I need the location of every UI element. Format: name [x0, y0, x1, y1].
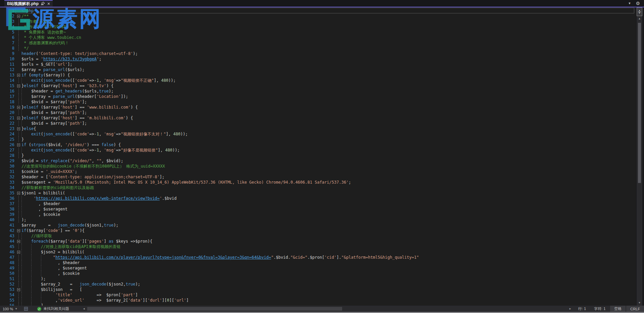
- code-line[interactable]: 52$array_2 = json_decode($json2,true);: [0, 281, 636, 287]
- code-line[interactable]: 54 'title' => $pron['part']: [0, 292, 636, 298]
- code-line[interactable]: 6 * 个人博客 www.toubiec.cn: [0, 35, 636, 40]
- code-line[interactable]: 15}elseif ($array['host'] == 'b23.tv') {: [0, 83, 636, 88]
- code-line[interactable]: 32$header = ['Content-type: application/…: [0, 174, 636, 180]
- fold-marker[interactable]: [15, 142, 21, 147]
- code-line[interactable]: 24exit(json_encode(['code'=>-1, 'msg'=>"…: [0, 131, 636, 137]
- code-line[interactable]: 4 * 作者QQ:3074193836: [0, 24, 636, 29]
- code-line[interactable]: 10$urls = 'https://b23.tv/3ygbgeA';: [0, 56, 636, 62]
- code-line[interactable]: 36 'https://api.bilibili.com/x/web-inter…: [0, 196, 636, 201]
- fold-margin: [15, 99, 21, 105]
- code-line[interactable]: 11$urls = $_GET['url'];: [0, 62, 636, 67]
- document-health[interactable]: ✓ 未找到相关问题: [37, 306, 69, 311]
- tab-list-chevron-icon[interactable]: ▼: [628, 2, 631, 5]
- code-area[interactable]: 1<?php2/**3 * 作者:苏晓晴4 * 作者QQ:30741938365…: [0, 8, 636, 306]
- fold-marker[interactable]: [15, 83, 21, 88]
- scroll-up-icon[interactable]: ▲: [637, 16, 642, 21]
- code-line[interactable]: 5 * 免费脚本 请勿收费~: [0, 29, 636, 35]
- code-line[interactable]: 49 , $useragent: [0, 265, 636, 271]
- scroll-right-icon[interactable]: ►: [569, 307, 572, 310]
- vertical-scrollbar-thumb[interactable]: [638, 23, 641, 183]
- code-line[interactable]: 23}else{: [0, 126, 636, 131]
- code-line[interactable]: 1<?php: [0, 8, 636, 13]
- fold-marker[interactable]: [15, 72, 21, 78]
- horizontal-scrollbar[interactable]: ◄ ►: [83, 306, 574, 312]
- editor[interactable]: 1<?php2/**3 * 作者:苏晓晴4 * 作者QQ:30741938365…: [0, 7, 636, 306]
- indent-guide: [21, 249, 31, 255]
- status-spaces-toggle[interactable]: 空格: [610, 306, 626, 312]
- code-line[interactable]: 45//对接上面获取cid值API来取得视频的直链: [0, 244, 636, 249]
- code-line[interactable]: 28}: [0, 153, 636, 158]
- fold-marker[interactable]: [15, 228, 21, 233]
- code-line[interactable]: 18$bvid = $array['path'];: [0, 99, 636, 105]
- code-line[interactable]: 12$array = parse_url($urls);: [0, 67, 636, 72]
- scroll-down-icon[interactable]: ▼: [637, 300, 642, 305]
- fold-marker[interactable]: [15, 126, 21, 131]
- code-line[interactable]: 35$json1 = bilibili(: [0, 190, 636, 196]
- fold-marker[interactable]: [15, 239, 21, 244]
- code-line[interactable]: 13if (empty($array)) {: [0, 72, 636, 78]
- code-line[interactable]: 29$bvid = str_replace("/video/", "", $bv…: [0, 158, 636, 164]
- indent-guide: [21, 239, 31, 244]
- code-line[interactable]: 17$array = parse_url($header['Location']…: [0, 94, 636, 99]
- zoom-control[interactable]: 100 % ▼: [0, 306, 19, 312]
- pin-icon[interactable]: [41, 2, 45, 6]
- scroll-left-icon[interactable]: ◄: [83, 307, 85, 310]
- code-line[interactable]: 55 ,'video_url' => $array_2['data']['dur…: [0, 298, 636, 303]
- code-line[interactable]: 3 * 作者:苏晓晴: [0, 19, 636, 24]
- close-icon[interactable]: ×: [47, 2, 50, 6]
- fold-marker[interactable]: [15, 249, 21, 255]
- fold-marker[interactable]: [15, 13, 21, 19]
- code-line[interactable]: 14exit(json_encode(['code'=>-1, 'msg'=>"…: [0, 78, 636, 83]
- code-line[interactable]: 40);: [0, 217, 636, 223]
- code-text: $useragent = 'Mozilla/5.0 (Macintosh; In…: [21, 180, 351, 185]
- status-eol-toggle[interactable]: CRLF: [626, 306, 644, 312]
- code-line[interactable]: 47 "https://api.bilibili.com/x/player/pl…: [0, 255, 636, 260]
- split-view-icon[interactable]: [24, 307, 28, 311]
- code-line[interactable]: 56],: [0, 303, 636, 306]
- code-line[interactable]: 43//循环获取: [0, 233, 636, 239]
- code-line[interactable]: 48 , $header: [0, 260, 636, 265]
- horizontal-scrollbar-thumb[interactable]: [87, 307, 342, 311]
- fold-margin: [15, 265, 21, 271]
- code-line[interactable]: 8 */: [0, 46, 636, 51]
- line-number: 26: [3, 142, 15, 147]
- zoom-chevron-icon[interactable]: ▼: [15, 307, 17, 310]
- status-line-number[interactable]: 行: 1: [574, 306, 590, 312]
- code-line[interactable]: 33$useragent = 'Mozilla/5.0 (Macintosh; …: [0, 180, 636, 185]
- code-text: if($array['code'] == '0'){: [21, 228, 85, 233]
- code-line[interactable]: 21}elseif ($array['host'] == 'm.bilibili…: [0, 115, 636, 121]
- code-line[interactable]: 9header('Content-type: text/json;charset…: [0, 51, 636, 56]
- fold-marker[interactable]: [15, 287, 21, 292]
- code-line[interactable]: 46$json2 = bilibili(: [0, 249, 636, 255]
- code-line[interactable]: 39 , $cookie: [0, 212, 636, 217]
- vertical-scrollbar[interactable]: ▲▼ ▲ ▼: [637, 7, 642, 306]
- code-line[interactable]: 16$header = get_headers($urls,true);: [0, 88, 636, 94]
- indent-guide: [21, 292, 31, 298]
- code-line[interactable]: 20$bvid = $array['path'];: [0, 110, 636, 115]
- status-char-number[interactable]: 字符: 1: [590, 306, 609, 312]
- settings-gear-icon[interactable]: ⚙: [636, 1, 640, 6]
- code-line[interactable]: 50 , $cookie: [0, 271, 636, 276]
- tab-active[interactable]: B站视频解析.php ×: [4, 0, 53, 7]
- code-line[interactable]: 34//获取解析需要的cid值和图片以及标题: [0, 185, 636, 190]
- fold-marker[interactable]: [15, 115, 21, 121]
- code-line[interactable]: 30//这里填写你的B站cookie（不填解析不到1080P以上） 格式为_uu…: [0, 164, 636, 169]
- code-line[interactable]: 22$bvid = $array['path'];: [0, 121, 636, 126]
- code-line[interactable]: 41$array = json_decode($json1,true);: [0, 223, 636, 228]
- fold-marker[interactable]: [15, 190, 21, 196]
- code-line[interactable]: 19}elseif ($array['host'] == 'www.bilibi…: [0, 105, 636, 110]
- code-line[interactable]: 44foreach($array['data']['pages'] as $ke…: [0, 239, 636, 244]
- code-line[interactable]: 53$bilijson = [: [0, 287, 636, 292]
- code-line[interactable]: 51);: [0, 276, 636, 281]
- code-line[interactable]: 25}: [0, 137, 636, 142]
- code-line[interactable]: 7 * 感谢墨渊重构的代码！: [0, 40, 636, 46]
- code-line[interactable]: 31$cookie = '_uuid=XXXX';: [0, 169, 636, 174]
- split-gripper[interactable]: ▲▼: [637, 7, 642, 16]
- fold-marker[interactable]: [15, 105, 21, 110]
- code-line[interactable]: 26if (strpos($bvid, '/video/') === false…: [0, 142, 636, 147]
- code-line[interactable]: 38 , $useragent: [0, 206, 636, 212]
- code-line[interactable]: 42if($array['code'] == '0'){: [0, 228, 636, 233]
- code-line[interactable]: 37 , $header: [0, 201, 636, 206]
- code-line[interactable]: 27exit(json_encode(['code'=>-1, 'msg'=>"…: [0, 147, 636, 153]
- code-line[interactable]: 2/**: [0, 13, 636, 19]
